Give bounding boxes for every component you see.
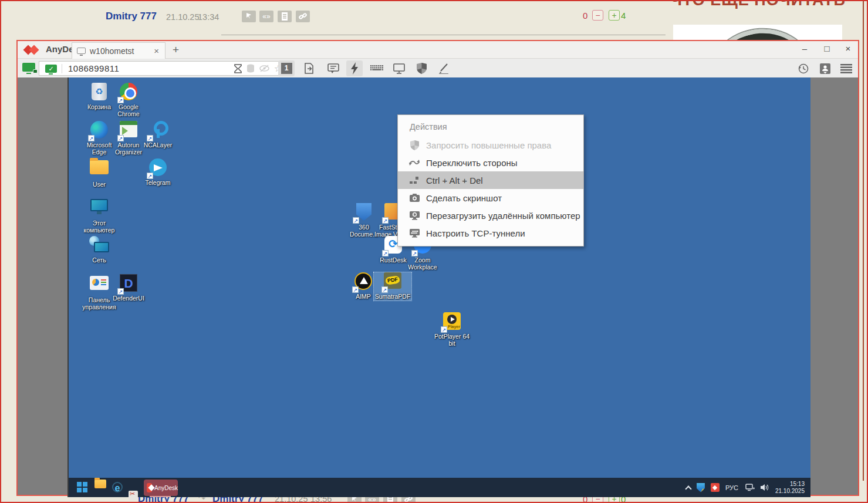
active-app-underline xyxy=(150,496,171,497)
internet-explorer-icon[interactable]: e xyxy=(112,482,123,492)
desktop-icon-ncalayer[interactable]: ↗ NCALayer xyxy=(139,121,177,149)
icon-label: PotPlayer 64 bit xyxy=(433,333,471,347)
storage-icon xyxy=(246,64,255,73)
post-author-top[interactable]: Dmitry 777 xyxy=(106,11,157,22)
icon-label: DefenderUI xyxy=(110,295,147,302)
file-transfer-icon[interactable] xyxy=(300,60,317,76)
shortcut-arrow-badge: ↗ xyxy=(147,135,153,141)
titlebar[interactable]: AnyDesk w10hometst × + – □ × xyxy=(18,41,858,59)
anydesk-taskbar-button[interactable]: AnyDesk xyxy=(144,480,178,496)
anydesk-window: AnyDesk w10hometst × + – □ × ✓ 108689981… xyxy=(16,40,859,496)
folder-icon xyxy=(90,160,109,174)
defender-shield-tray-icon[interactable] xyxy=(697,483,705,492)
tcp-tunnel-icon xyxy=(408,228,420,238)
icon-label: Сеть xyxy=(80,257,118,264)
desktop-icon-google-chrome[interactable]: ↗ Google Chrome xyxy=(110,83,147,117)
monitor-select-button[interactable]: 1 xyxy=(278,60,295,76)
session-view-area: ♻ Корзина ↗ Google Chrome ↗ Microsoft Ed… xyxy=(18,77,858,495)
menu-item-restart-remote[interactable]: Перезагрузить удалённый компьютер xyxy=(398,207,583,224)
rating-positive-count-top: 4 xyxy=(621,11,626,21)
history-icon[interactable] xyxy=(795,60,811,76)
keyboard-icon[interactable] xyxy=(369,60,385,76)
session-status-icon xyxy=(22,63,35,72)
minimize-button[interactable]: – xyxy=(796,43,813,53)
new-tab-button[interactable]: + xyxy=(173,43,179,56)
privacy-eye-icon xyxy=(259,65,269,72)
display-settings-icon[interactable] xyxy=(391,60,407,76)
tab-close-icon[interactable]: × xyxy=(153,46,160,56)
language-indicator[interactable]: РУС xyxy=(725,484,738,491)
icon-label: SumatraPDF xyxy=(374,293,411,301)
anydesk-logo-icon xyxy=(23,45,41,55)
post-divider-line xyxy=(221,35,666,35)
menu-item-label: Настроить TCP-туннели xyxy=(426,228,525,238)
network-tray-icon[interactable] xyxy=(745,484,755,491)
whiteboard-pen-icon[interactable] xyxy=(435,60,452,76)
shortcut-arrow-badge: ↗ xyxy=(382,250,389,256)
shortcut-arrow-badge: ↗ xyxy=(88,135,94,141)
desktop-icon-defenderui[interactable]: D↗ DefenderUI xyxy=(110,274,147,302)
maximize-button[interactable]: □ xyxy=(818,43,836,53)
remote-monitor-check-icon: ✓ xyxy=(45,65,57,73)
chat-icon[interactable] xyxy=(325,60,342,76)
icon-label: Zoom Workplace xyxy=(404,257,441,271)
session-tab[interactable]: w10hometst × xyxy=(72,42,166,59)
actions-lightning-icon[interactable] xyxy=(346,60,363,76)
rate-plus-button-top[interactable]: + xyxy=(609,10,620,21)
tray-expand-chevron[interactable] xyxy=(685,485,691,492)
rate-minus-button-top[interactable]: − xyxy=(592,10,603,21)
desktop-icon-potplayer[interactable]: Player↗ PotPlayer 64 bit xyxy=(433,312,471,347)
remote-desktop[interactable]: ♻ Корзина ↗ Google Chrome ↗ Microsoft Ed… xyxy=(67,77,810,497)
shortcut-arrow-badge: ↗ xyxy=(381,286,388,293)
shortcut-arrow-badge: ↗ xyxy=(353,217,359,224)
anydesk-tray-icon[interactable] xyxy=(711,483,720,492)
menu-item-label: Переключить стороны xyxy=(426,158,518,168)
tray-date: 21.10.2025 xyxy=(775,488,805,494)
icon-label: User xyxy=(80,181,118,188)
close-button[interactable]: × xyxy=(839,43,857,53)
address-book-icon[interactable] xyxy=(817,60,833,76)
address-bar[interactable]: ✓ 1086899811 ☆ xyxy=(39,61,288,76)
post-date-top: 21.10.25 xyxy=(166,12,199,22)
restart-remote-icon xyxy=(408,210,420,221)
snipping-tool-icon[interactable] xyxy=(129,491,138,500)
remote-id[interactable]: 1086899811 xyxy=(68,63,234,73)
menu-item-switch-sides[interactable]: Переключить стороны xyxy=(398,154,583,171)
actions-menu: Действия Запросить повышенные права Пере… xyxy=(397,114,584,247)
file-explorer-icon[interactable] xyxy=(94,480,106,488)
system-tray: РУС 15:13 21.10.2025 xyxy=(686,478,810,497)
document-icon[interactable] xyxy=(278,11,292,22)
main-menu-icon[interactable] xyxy=(838,60,855,76)
monitor-number: 1 xyxy=(281,63,292,74)
this-pc-icon xyxy=(90,199,108,211)
menu-item-ctrl-alt-del[interactable]: Ctrl + Alt + Del xyxy=(398,171,583,189)
remote-taskbar: e AnyDesk РУС xyxy=(69,478,810,497)
desktop-icon-telegram[interactable]: ↗ Telegram xyxy=(139,158,177,187)
start-button[interactable] xyxy=(77,482,87,492)
permalink-icon[interactable] xyxy=(296,11,310,22)
menu-item-label: Запросить повышенные права xyxy=(426,140,551,150)
icon-label: NCALayer xyxy=(139,142,177,149)
tray-time: 15:13 xyxy=(790,481,805,487)
menu-item-label: Перезагрузить удалённый компьютер xyxy=(426,211,580,221)
control-panel-icon xyxy=(90,276,109,290)
sidebar-divider-line xyxy=(863,1,864,481)
desktop-icon-this-pc[interactable]: Этот компьютер xyxy=(80,198,118,234)
reply-quote-icon[interactable] xyxy=(242,11,256,22)
menu-item-label: Ctrl + Alt + Del xyxy=(426,175,483,185)
tray-clock[interactable]: 15:13 21.10.2025 xyxy=(775,481,805,495)
rating-negative-count-top: 0 xyxy=(583,11,587,21)
guillemet-quote-icon[interactable]: «» xyxy=(259,11,273,22)
tab-title: w10hometst xyxy=(90,46,153,56)
menu-item-tcp-tunnels[interactable]: Настроить TCP-туннели xyxy=(398,224,583,242)
switch-sides-icon xyxy=(408,157,420,168)
desktop-icon-sumatrapdf[interactable]: PDF↗ SumatraPDF xyxy=(374,272,411,301)
shortcut-arrow-badge: ↗ xyxy=(441,326,447,333)
volume-tray-icon[interactable] xyxy=(761,484,769,491)
desktop-icon-network[interactable]: Сеть xyxy=(80,236,118,264)
monitor-tab-icon xyxy=(77,48,86,54)
desktop-icon-user-folder[interactable]: User xyxy=(80,158,118,188)
icon-label: Telegram xyxy=(139,180,177,187)
menu-item-take-screenshot[interactable]: Сделать скриншот xyxy=(398,189,583,207)
permissions-shield-icon[interactable] xyxy=(413,60,430,76)
